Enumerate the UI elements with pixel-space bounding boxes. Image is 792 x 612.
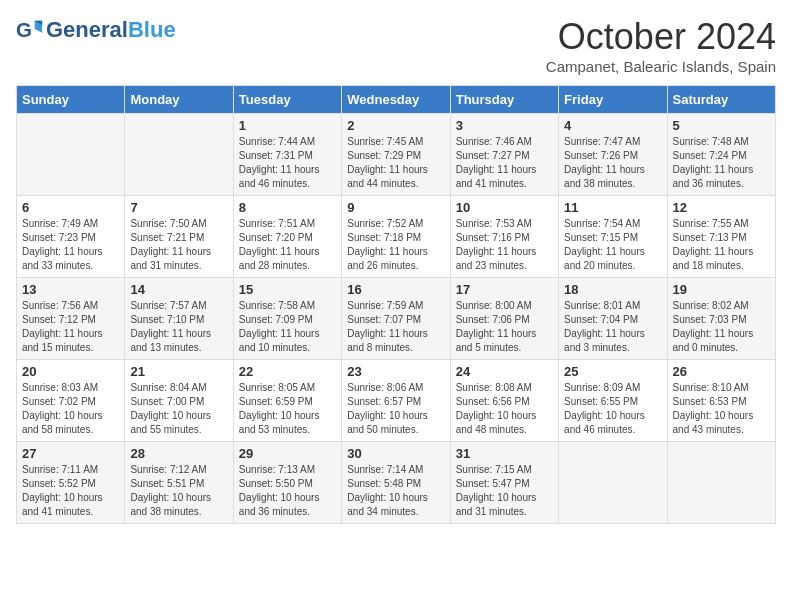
cell-content: Sunrise: 7:14 AM Sunset: 5:48 PM Dayligh… <box>347 463 444 519</box>
cell-content: Sunrise: 7:57 AM Sunset: 7:10 PM Dayligh… <box>130 299 227 355</box>
day-number: 15 <box>239 282 336 297</box>
calendar-cell: 14Sunrise: 7:57 AM Sunset: 7:10 PM Dayli… <box>125 278 233 360</box>
calendar-cell: 24Sunrise: 8:08 AM Sunset: 6:56 PM Dayli… <box>450 360 558 442</box>
title-area: October 2024 Campanet, Balearic Islands,… <box>546 16 776 75</box>
cell-content: Sunrise: 7:51 AM Sunset: 7:20 PM Dayligh… <box>239 217 336 273</box>
day-number: 19 <box>673 282 770 297</box>
calendar-cell: 11Sunrise: 7:54 AM Sunset: 7:15 PM Dayli… <box>559 196 667 278</box>
header-tuesday: Tuesday <box>233 86 341 114</box>
calendar-cell: 4Sunrise: 7:47 AM Sunset: 7:26 PM Daylig… <box>559 114 667 196</box>
calendar-cell: 31Sunrise: 7:15 AM Sunset: 5:47 PM Dayli… <box>450 442 558 524</box>
header-sunday: Sunday <box>17 86 125 114</box>
cell-content: Sunrise: 8:08 AM Sunset: 6:56 PM Dayligh… <box>456 381 553 437</box>
day-number: 4 <box>564 118 661 133</box>
cell-content: Sunrise: 7:52 AM Sunset: 7:18 PM Dayligh… <box>347 217 444 273</box>
cell-content: Sunrise: 7:13 AM Sunset: 5:50 PM Dayligh… <box>239 463 336 519</box>
calendar-cell: 26Sunrise: 8:10 AM Sunset: 6:53 PM Dayli… <box>667 360 775 442</box>
week-row-2: 6Sunrise: 7:49 AM Sunset: 7:23 PM Daylig… <box>17 196 776 278</box>
cell-content: Sunrise: 8:10 AM Sunset: 6:53 PM Dayligh… <box>673 381 770 437</box>
day-number: 28 <box>130 446 227 461</box>
calendar-cell <box>17 114 125 196</box>
calendar-cell: 19Sunrise: 8:02 AM Sunset: 7:03 PM Dayli… <box>667 278 775 360</box>
cell-content: Sunrise: 7:11 AM Sunset: 5:52 PM Dayligh… <box>22 463 119 519</box>
calendar-cell: 25Sunrise: 8:09 AM Sunset: 6:55 PM Dayli… <box>559 360 667 442</box>
day-number: 7 <box>130 200 227 215</box>
day-number: 20 <box>22 364 119 379</box>
day-number: 3 <box>456 118 553 133</box>
header-monday: Monday <box>125 86 233 114</box>
cell-content: Sunrise: 7:45 AM Sunset: 7:29 PM Dayligh… <box>347 135 444 191</box>
calendar-cell: 29Sunrise: 7:13 AM Sunset: 5:50 PM Dayli… <box>233 442 341 524</box>
cell-content: Sunrise: 7:53 AM Sunset: 7:16 PM Dayligh… <box>456 217 553 273</box>
day-number: 8 <box>239 200 336 215</box>
calendar-cell: 9Sunrise: 7:52 AM Sunset: 7:18 PM Daylig… <box>342 196 450 278</box>
day-number: 10 <box>456 200 553 215</box>
day-number: 12 <box>673 200 770 215</box>
cell-content: Sunrise: 8:02 AM Sunset: 7:03 PM Dayligh… <box>673 299 770 355</box>
day-number: 6 <box>22 200 119 215</box>
calendar-cell: 3Sunrise: 7:46 AM Sunset: 7:27 PM Daylig… <box>450 114 558 196</box>
cell-content: Sunrise: 8:01 AM Sunset: 7:04 PM Dayligh… <box>564 299 661 355</box>
calendar-cell: 10Sunrise: 7:53 AM Sunset: 7:16 PM Dayli… <box>450 196 558 278</box>
cell-content: Sunrise: 7:12 AM Sunset: 5:51 PM Dayligh… <box>130 463 227 519</box>
cell-content: Sunrise: 7:55 AM Sunset: 7:13 PM Dayligh… <box>673 217 770 273</box>
day-number: 14 <box>130 282 227 297</box>
cell-content: Sunrise: 8:00 AM Sunset: 7:06 PM Dayligh… <box>456 299 553 355</box>
calendar-cell <box>667 442 775 524</box>
cell-content: Sunrise: 8:05 AM Sunset: 6:59 PM Dayligh… <box>239 381 336 437</box>
calendar-cell: 23Sunrise: 8:06 AM Sunset: 6:57 PM Dayli… <box>342 360 450 442</box>
calendar-cell: 22Sunrise: 8:05 AM Sunset: 6:59 PM Dayli… <box>233 360 341 442</box>
week-row-5: 27Sunrise: 7:11 AM Sunset: 5:52 PM Dayli… <box>17 442 776 524</box>
calendar-cell <box>559 442 667 524</box>
calendar-cell: 13Sunrise: 7:56 AM Sunset: 7:12 PM Dayli… <box>17 278 125 360</box>
day-number: 29 <box>239 446 336 461</box>
calendar-cell: 30Sunrise: 7:14 AM Sunset: 5:48 PM Dayli… <box>342 442 450 524</box>
calendar-cell: 8Sunrise: 7:51 AM Sunset: 7:20 PM Daylig… <box>233 196 341 278</box>
cell-content: Sunrise: 8:09 AM Sunset: 6:55 PM Dayligh… <box>564 381 661 437</box>
day-number: 30 <box>347 446 444 461</box>
week-row-1: 1Sunrise: 7:44 AM Sunset: 7:31 PM Daylig… <box>17 114 776 196</box>
cell-content: Sunrise: 8:04 AM Sunset: 7:00 PM Dayligh… <box>130 381 227 437</box>
header: G GeneralBlue October 2024 Campanet, Bal… <box>16 16 776 75</box>
day-number: 9 <box>347 200 444 215</box>
header-saturday: Saturday <box>667 86 775 114</box>
calendar-cell: 21Sunrise: 8:04 AM Sunset: 7:00 PM Dayli… <box>125 360 233 442</box>
day-number: 13 <box>22 282 119 297</box>
day-number: 27 <box>22 446 119 461</box>
day-number: 17 <box>456 282 553 297</box>
logo: G GeneralBlue <box>16 16 176 44</box>
calendar-cell: 2Sunrise: 7:45 AM Sunset: 7:29 PM Daylig… <box>342 114 450 196</box>
calendar-cell: 1Sunrise: 7:44 AM Sunset: 7:31 PM Daylig… <box>233 114 341 196</box>
calendar-cell: 20Sunrise: 8:03 AM Sunset: 7:02 PM Dayli… <box>17 360 125 442</box>
cell-content: Sunrise: 7:15 AM Sunset: 5:47 PM Dayligh… <box>456 463 553 519</box>
month-title: October 2024 <box>546 16 776 58</box>
day-number: 21 <box>130 364 227 379</box>
logo-general: General <box>46 19 128 41</box>
cell-content: Sunrise: 7:44 AM Sunset: 7:31 PM Dayligh… <box>239 135 336 191</box>
calendar-cell: 16Sunrise: 7:59 AM Sunset: 7:07 PM Dayli… <box>342 278 450 360</box>
header-wednesday: Wednesday <box>342 86 450 114</box>
cell-content: Sunrise: 7:59 AM Sunset: 7:07 PM Dayligh… <box>347 299 444 355</box>
day-number: 31 <box>456 446 553 461</box>
calendar-table: SundayMondayTuesdayWednesdayThursdayFrid… <box>16 85 776 524</box>
week-row-3: 13Sunrise: 7:56 AM Sunset: 7:12 PM Dayli… <box>17 278 776 360</box>
calendar-cell: 5Sunrise: 7:48 AM Sunset: 7:24 PM Daylig… <box>667 114 775 196</box>
week-row-4: 20Sunrise: 8:03 AM Sunset: 7:02 PM Dayli… <box>17 360 776 442</box>
cell-content: Sunrise: 7:46 AM Sunset: 7:27 PM Dayligh… <box>456 135 553 191</box>
logo-icon: G <box>16 16 44 44</box>
day-number: 2 <box>347 118 444 133</box>
cell-content: Sunrise: 7:56 AM Sunset: 7:12 PM Dayligh… <box>22 299 119 355</box>
calendar-cell: 28Sunrise: 7:12 AM Sunset: 5:51 PM Dayli… <box>125 442 233 524</box>
calendar-cell: 15Sunrise: 7:58 AM Sunset: 7:09 PM Dayli… <box>233 278 341 360</box>
logo-blue: Blue <box>128 19 176 41</box>
location: Campanet, Balearic Islands, Spain <box>546 58 776 75</box>
day-number: 24 <box>456 364 553 379</box>
calendar-header-row: SundayMondayTuesdayWednesdayThursdayFrid… <box>17 86 776 114</box>
day-number: 22 <box>239 364 336 379</box>
cell-content: Sunrise: 7:50 AM Sunset: 7:21 PM Dayligh… <box>130 217 227 273</box>
svg-text:G: G <box>16 18 32 41</box>
calendar-cell: 12Sunrise: 7:55 AM Sunset: 7:13 PM Dayli… <box>667 196 775 278</box>
day-number: 18 <box>564 282 661 297</box>
header-thursday: Thursday <box>450 86 558 114</box>
cell-content: Sunrise: 8:06 AM Sunset: 6:57 PM Dayligh… <box>347 381 444 437</box>
